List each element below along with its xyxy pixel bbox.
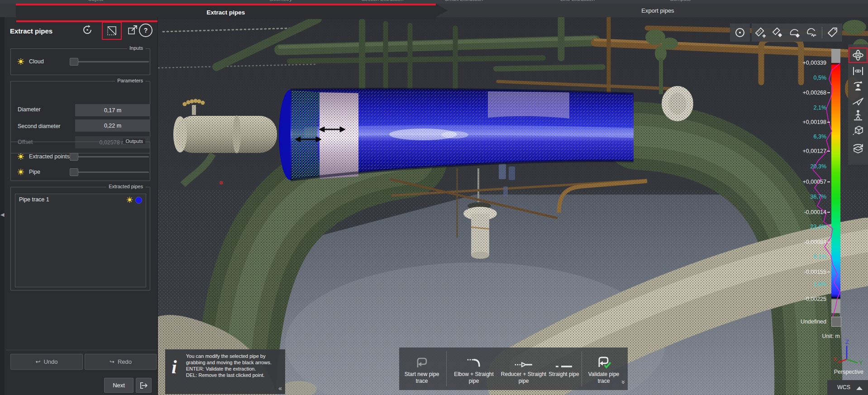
reducer-pipe-icon	[500, 353, 547, 369]
panel-collapse-arrow-icon[interactable]: ◀	[0, 212, 4, 218]
scale-label: 2,1%	[814, 105, 827, 111]
align-view-button[interactable]	[849, 64, 867, 78]
validate-pipe-trace-button[interactable]: Validate pipe trace	[583, 350, 625, 388]
inputs-legend: Inputs	[127, 45, 145, 51]
scale-tick	[827, 181, 830, 182]
pipe-trace-bulb-icon[interactable]	[126, 196, 133, 205]
turn-around-icon	[852, 80, 864, 92]
orbit-mode-button[interactable]	[849, 48, 868, 63]
undefined-swatch[interactable]	[831, 317, 841, 327]
scale-label: 6,3%	[814, 133, 827, 140]
view-sphere-icon	[734, 27, 746, 38]
elbow-straight-pipe-button[interactable]: Elbow + Straight pipe	[451, 350, 497, 388]
tab-extract-pipes[interactable]: Extract pipes	[16, 4, 436, 19]
diameter-field[interactable]: 0,17 m	[75, 104, 150, 116]
cube-path-icon	[852, 124, 864, 136]
outputs-group: Outputs Extracted points Pipe	[10, 142, 150, 181]
workflow-step-object[interactable]: Object	[88, 0, 103, 2]
toolbar-collapse-chevron-icon[interactable]: »	[620, 380, 628, 384]
second-diameter-field[interactable]: 0,22 m	[75, 119, 150, 132]
rotate-box-button[interactable]	[849, 142, 867, 156]
ruler-diamond-icon	[772, 27, 783, 38]
toolbar-divider	[582, 351, 582, 386]
wcs-dropdown[interactable]: WCS	[827, 380, 868, 395]
undo-button[interactable]: ↩ Undo	[10, 354, 83, 370]
pipe-trace-label: Pipe trace 1	[19, 196, 49, 203]
straight-pipe-icon	[548, 353, 580, 369]
rectangular-selection-icon[interactable]	[102, 22, 122, 40]
info-line-1: You can modify the selected pipe by grab…	[186, 353, 282, 366]
walkthrough-icon	[852, 109, 864, 121]
scale-tick	[827, 242, 830, 243]
axis-y-label: Y	[859, 359, 863, 366]
extracted-points-slider[interactable]	[76, 156, 149, 157]
viewport-3d[interactable]	[157, 17, 868, 395]
measure-angle-axis-tool[interactable]	[803, 27, 820, 38]
protractor-diamond-icon	[789, 27, 801, 38]
toolbar-divider	[446, 351, 447, 386]
help-icon[interactable]: ?	[139, 24, 153, 37]
undefined-label: Undefined	[801, 319, 826, 325]
axis-z-label: Z	[845, 338, 849, 345]
turn-around-button[interactable]	[849, 79, 867, 93]
info-line-3: DEL: Remove the last clicked point.	[186, 372, 282, 379]
workflow-step-line-extraction[interactable]: Line Extraction	[560, 0, 595, 2]
straight-pipe-label: Straight pipe	[548, 371, 580, 378]
pipe-trace-color-swatch[interactable]	[135, 197, 142, 204]
exit-icon	[139, 381, 148, 390]
view-path-button[interactable]	[849, 123, 867, 137]
projection-label[interactable]: Perspective	[834, 369, 863, 375]
fly-mode-button[interactable]	[849, 94, 867, 107]
measure-toolbar	[752, 24, 842, 42]
measure-angle-tool[interactable]	[786, 27, 803, 38]
extracted-points-slider-handle[interactable]	[70, 153, 78, 161]
wcs-label: WCS	[837, 384, 850, 390]
label-tool[interactable]	[824, 27, 841, 38]
next-label: Next	[113, 382, 125, 389]
measure-distance-tool[interactable]	[769, 27, 786, 38]
cloud-opacity-slider[interactable]	[76, 61, 149, 62]
workflow-step-section-extraction[interactable]: Section Extraction	[362, 0, 404, 2]
app-window: Object Geometry Section Extraction Smart…	[0, 0, 868, 395]
info-collapse-icon[interactable]: «	[278, 385, 282, 392]
add-measurement-tool[interactable]	[752, 27, 769, 38]
cloud-bulb-icon[interactable]	[17, 58, 24, 67]
pipe-bulb-icon[interactable]	[17, 168, 24, 177]
pipe-trace-toolbar: Start new pipe trace Elbow + Straight pi…	[399, 347, 628, 390]
redo-button[interactable]: ↪ Redo	[85, 354, 157, 370]
axis-triad: Z X Y	[832, 338, 864, 366]
info-box: i You can modify the selected pipe by gr…	[165, 349, 285, 394]
reducer-straight-pipe-button[interactable]: Reducer + Straight pipe	[500, 350, 547, 388]
panel-title: Extract pipes	[10, 27, 52, 35]
diameter-label: Diameter	[18, 106, 41, 113]
workflow-step-smart-extraction[interactable]: Smart Extraction	[445, 0, 483, 2]
start-new-pipe-trace-label: Start new pipe trace	[400, 371, 444, 385]
straight-pipe-button[interactable]: Straight pipe	[548, 350, 580, 388]
extracted-points-bulb-icon[interactable]	[17, 153, 24, 162]
tab-export-pipes-label: Export pipes	[641, 7, 674, 14]
start-new-pipe-trace-button[interactable]: Start new pipe trace	[400, 350, 444, 388]
workflow-step-geometry[interactable]: Geometry	[269, 0, 292, 2]
wcs-dropdown-arrow-icon	[856, 386, 863, 390]
cloud-label: Cloud	[29, 58, 44, 65]
workflow-step-compute[interactable]: Compute	[670, 0, 691, 2]
scale-label: +0,00268	[803, 90, 826, 96]
panel-separator	[6, 350, 156, 350]
extract-pipes-panel: Extract pipes ? Inputs Cloud Parameters …	[5, 17, 158, 395]
list-item-pipe-trace[interactable]: Pipe trace 1	[15, 194, 146, 205]
export-window-icon[interactable]	[127, 24, 138, 36]
walk-mode-button[interactable]	[849, 108, 867, 122]
inputs-group: Inputs Cloud	[10, 48, 150, 75]
pipe-slider-handle[interactable]	[70, 168, 78, 176]
tab-export-pipes[interactable]: Export pipes	[448, 4, 868, 17]
cloud-opacity-slider-handle[interactable]	[70, 58, 78, 66]
reducer-straight-pipe-label: Reducer + Straight pipe	[500, 371, 547, 385]
reset-icon[interactable]	[81, 24, 93, 36]
next-button[interactable]: Next	[104, 378, 134, 393]
exit-button[interactable]	[136, 378, 152, 393]
view-sphere-tool[interactable]	[730, 24, 750, 42]
pipe-slider[interactable]	[76, 171, 149, 173]
info-icon: i	[172, 357, 177, 376]
extracted-pipes-list[interactable]: Pipe trace 1	[15, 194, 146, 287]
tab-extract-pipes-label: Extract pipes	[207, 9, 245, 16]
